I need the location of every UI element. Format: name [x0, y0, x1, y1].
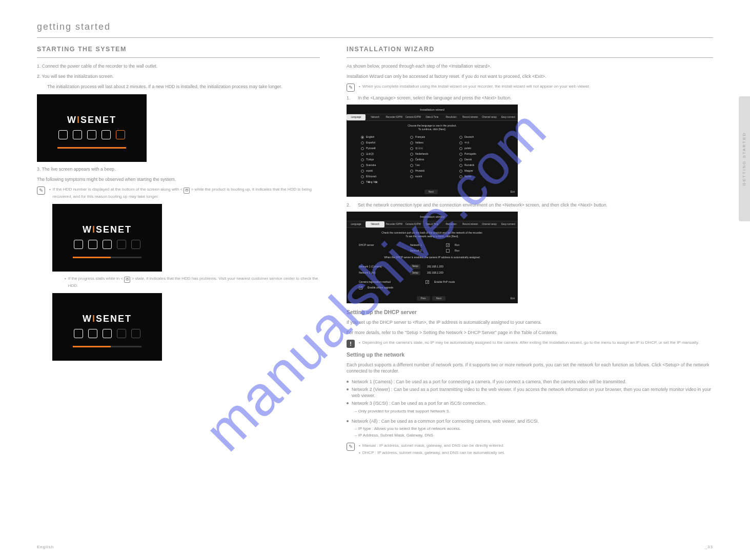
- language-radio[interactable]: Русский: [361, 147, 405, 150]
- bullet-sub: – IP Address, Subnet Mask, Gateway, DNS: [347, 432, 713, 438]
- left-step2-sub: The initialization process will last abo…: [37, 84, 320, 90]
- boot-icon: [116, 130, 125, 139]
- wizard-tab[interactable]: Language: [347, 221, 366, 227]
- network1-run-checkbox[interactable]: ✓: [446, 243, 450, 247]
- language-radio[interactable]: Português: [459, 152, 503, 156]
- language-radio[interactable]: Română: [459, 163, 503, 167]
- language-radio[interactable]: Español: [361, 141, 405, 144]
- language-radio[interactable]: Dansk: [459, 158, 503, 161]
- language-label: polski: [464, 147, 471, 150]
- language-radio[interactable]: Čeština: [410, 158, 454, 161]
- online-upgrade-label: Enable online upgrade: [368, 286, 393, 289]
- language-radio[interactable]: suomi: [410, 175, 454, 178]
- wizard-tab[interactable]: Resolution: [442, 114, 461, 120]
- radio-icon: [361, 175, 364, 178]
- language-radio[interactable]: 中文: [459, 141, 503, 144]
- language-radio[interactable]: Français: [410, 135, 454, 139]
- language-label: Norsk: [464, 175, 471, 178]
- language-radio[interactable]: srpski: [361, 169, 405, 173]
- radio-icon: [361, 164, 364, 167]
- language-radio[interactable]: Tiếng Việt: [361, 180, 405, 184]
- wizard-tab[interactable]: Easy connect: [499, 114, 518, 120]
- language-radio[interactable]: Nederlands: [410, 152, 454, 156]
- wizard-next-button[interactable]: Next: [424, 190, 438, 194]
- splash-full: WISENET: [37, 94, 147, 162]
- language-radio[interactable]: Hrvatski: [410, 169, 454, 173]
- language-label: Français: [415, 135, 425, 139]
- radio-icon: [410, 175, 413, 178]
- wizard-tab[interactable]: Camera ID/PW: [403, 221, 422, 227]
- language-label: srpski: [366, 169, 373, 173]
- radio-icon: [361, 170, 364, 173]
- language-label: Italiano: [415, 141, 423, 144]
- wizard-tab[interactable]: Camera ID/PW: [403, 114, 422, 120]
- language-label: Svenska: [366, 163, 376, 167]
- wisenet-logo: WISENET: [83, 223, 132, 236]
- pnp-checkbox[interactable]: ✓: [425, 280, 429, 284]
- online-upgrade-checkbox[interactable]: ✓: [359, 286, 362, 289]
- language-label: Ελληνικά: [366, 175, 376, 178]
- wizard-tab[interactable]: Date & Time: [422, 114, 441, 120]
- wizard-next-button[interactable]: Next: [432, 296, 445, 301]
- boot-icon: [131, 240, 140, 249]
- radio-icon: [361, 153, 364, 156]
- language-radio[interactable]: Svenska: [361, 163, 405, 167]
- wizard-tab[interactable]: Easy connect: [499, 221, 518, 227]
- warning-item: •Depending on the camera's state, no IP …: [359, 340, 713, 345]
- boot-progress: [73, 346, 141, 347]
- wizard-net-hint: Check the connection port on the back of…: [359, 231, 505, 235]
- language-label: Português: [464, 152, 476, 156]
- language-label: Tiếng Việt: [366, 180, 378, 184]
- language-radio[interactable]: Türkçe: [361, 158, 405, 161]
- wizard-tab[interactable]: Channel setup: [480, 114, 499, 120]
- bullet: Network (All) : Can be used as a common …: [347, 418, 713, 424]
- language-radio[interactable]: Deutsch: [459, 135, 503, 139]
- boot-icon: [102, 130, 111, 139]
- language-label: Dansk: [464, 158, 472, 161]
- language-radio[interactable]: 日本語: [361, 152, 405, 156]
- pnp-label: Enable PnP mode: [434, 280, 455, 284]
- radio-icon: [361, 147, 364, 150]
- radio-icon: [410, 170, 413, 173]
- language-radio[interactable]: Italiano: [410, 141, 454, 144]
- wizard-tab[interactable]: Resolution: [442, 221, 461, 227]
- wizard-tab[interactable]: Record.istream: [461, 221, 480, 227]
- wizard-language-screenshot: Installation wizard LanguageNetworkRecor…: [347, 105, 518, 197]
- wizard-exit-button[interactable]: Exit: [511, 190, 515, 194]
- wizard-tab[interactable]: Network: [366, 114, 384, 120]
- boot-icon: [117, 240, 126, 249]
- language-radio[interactable]: polski: [459, 147, 503, 150]
- wizard-prev-button[interactable]: Prev: [417, 296, 430, 301]
- wizard-tab[interactable]: Language: [347, 114, 366, 120]
- network2-run-checkbox[interactable]: [446, 249, 450, 253]
- language-radio[interactable]: ไทย: [410, 163, 454, 167]
- language-radio[interactable]: Norsk: [459, 175, 503, 178]
- note-item: •When you complete installation using th…: [359, 84, 713, 89]
- language-radio[interactable]: 한국어: [410, 147, 454, 150]
- net2-all-label: Network 2 (All): [359, 271, 405, 275]
- net2-setup-button[interactable]: Setup: [410, 271, 420, 275]
- bullet: Network 1 (Camera) : Can be used as a po…: [347, 379, 713, 385]
- wizard-exit-button[interactable]: Exit: [511, 297, 515, 300]
- language-radio[interactable]: English: [361, 135, 405, 139]
- bullet: Network 2 (Viewer) : Can be used as a po…: [347, 386, 713, 399]
- language-radio[interactable]: Magyar: [459, 169, 503, 173]
- boot-icon: [87, 130, 96, 139]
- net1-setup-button[interactable]: Setup: [410, 264, 420, 268]
- boot-icon: [73, 130, 82, 139]
- dhcp-note: When the DHCP server is enabled, the cam…: [359, 256, 505, 259]
- network1-label: Network 1: [410, 243, 441, 247]
- language-radio[interactable]: Ελληνικά: [361, 175, 405, 178]
- wizard-tab[interactable]: Network: [366, 221, 384, 227]
- note-item: • If the progress stalls while in < ⛃ > …: [65, 276, 320, 288]
- wizard-tab[interactable]: Recorder ID/PW: [384, 221, 403, 227]
- wizard-title: Installation wizard: [347, 105, 518, 114]
- wizard-tab[interactable]: Date & Time: [422, 221, 441, 227]
- wizard-tab[interactable]: Channel setup: [480, 221, 499, 227]
- dhcp-heading: Setting up the DHCP server: [347, 308, 713, 316]
- language-label: Deutsch: [464, 135, 474, 139]
- wizard-tab[interactable]: Recorder ID/PW: [384, 114, 403, 120]
- boot-icon: [103, 329, 112, 338]
- wizard-tab[interactable]: Record.istream: [461, 114, 480, 120]
- boot-progress: [57, 147, 126, 149]
